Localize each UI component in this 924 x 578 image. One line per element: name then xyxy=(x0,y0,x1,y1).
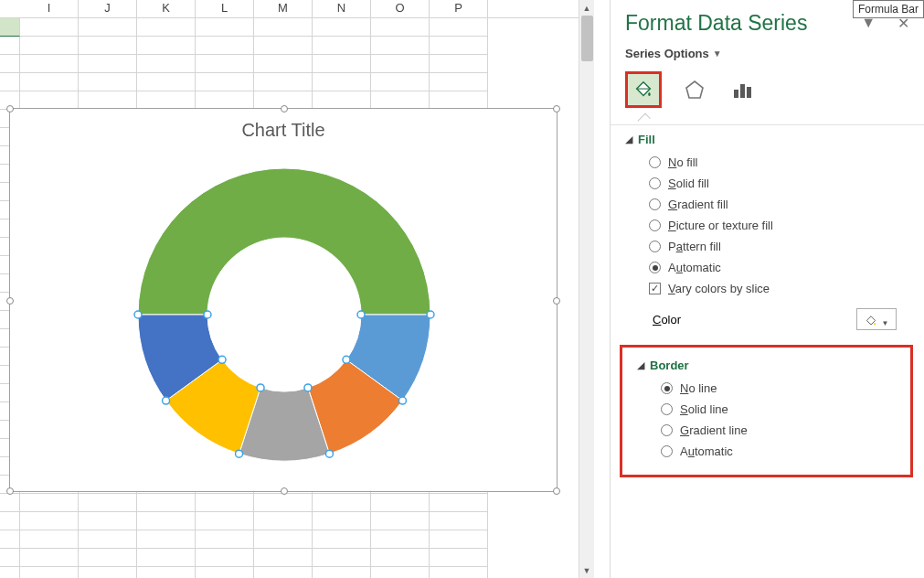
svg-point-6 xyxy=(325,450,333,457)
doughnut-chart[interactable] xyxy=(129,159,440,470)
svg-point-1 xyxy=(204,311,211,318)
border-section-title: Border xyxy=(650,359,689,372)
radio-icon xyxy=(661,445,673,457)
solid-fill-option[interactable]: Solid fill xyxy=(611,173,924,194)
fill-section-header[interactable]: ◢ Fill xyxy=(611,125,924,152)
vary-colors-option[interactable]: ✓ Vary colors by slice xyxy=(611,278,924,299)
series-options-label: Series Options xyxy=(625,47,709,60)
column-headers: I J K L M N O P xyxy=(0,0,594,18)
scroll-down-button[interactable]: ▼ xyxy=(579,562,594,578)
pane-title: Format Data Series xyxy=(625,11,807,36)
chevron-down-icon: ▼ xyxy=(713,48,722,59)
color-label: Color xyxy=(653,313,681,326)
checkbox-icon: ✓ xyxy=(649,283,661,294)
radio-icon xyxy=(649,219,661,231)
formula-bar-tooltip: Formula Bar xyxy=(853,0,924,18)
series-options-dropdown[interactable]: Series Options ▼ xyxy=(611,41,924,71)
svg-rect-15 xyxy=(747,87,751,98)
svg-point-3 xyxy=(357,311,365,318)
svg-point-5 xyxy=(343,356,350,363)
effects-tab[interactable] xyxy=(680,75,709,104)
no-fill-option[interactable]: No fill xyxy=(611,152,924,173)
solid-line-option[interactable]: Solid line xyxy=(622,399,910,420)
option-label: Automatic xyxy=(680,444,733,458)
collapse-icon: ◢ xyxy=(637,359,644,371)
option-label: No fill xyxy=(668,155,698,169)
svg-rect-14 xyxy=(740,84,745,98)
paint-bucket-icon xyxy=(633,80,653,100)
col-header[interactable]: J xyxy=(79,0,137,17)
border-section-highlight: ◢ Border No line Solid line Gradient lin… xyxy=(620,345,913,477)
paint-bucket-icon xyxy=(865,315,877,327)
radio-icon xyxy=(649,156,661,168)
option-label: Gradient fill xyxy=(668,198,728,211)
option-label: No line xyxy=(680,381,717,395)
fill-section-title: Fill xyxy=(638,133,655,146)
col-header[interactable]: O xyxy=(371,0,430,17)
radio-icon xyxy=(649,241,661,252)
picture-fill-option[interactable]: Picture or texture fill xyxy=(611,215,924,236)
col-header[interactable]: P xyxy=(430,0,488,17)
svg-rect-13 xyxy=(734,90,738,98)
chart-object[interactable]: Chart Title xyxy=(9,108,558,492)
radio-icon xyxy=(649,177,661,189)
col-header[interactable]: I xyxy=(20,0,79,17)
svg-point-7 xyxy=(304,384,312,391)
svg-point-8 xyxy=(236,450,243,457)
automatic-line-option[interactable]: Automatic xyxy=(622,441,910,462)
svg-point-2 xyxy=(427,311,434,318)
col-header[interactable]: M xyxy=(254,0,313,17)
option-label: Vary colors by slice xyxy=(668,282,770,295)
spreadsheet-area: I J K L M N O P xyxy=(0,0,594,578)
col-header[interactable]: L xyxy=(196,0,254,17)
radio-icon xyxy=(649,262,661,273)
svg-point-0 xyxy=(134,311,142,318)
automatic-fill-option[interactable]: Automatic xyxy=(611,257,924,278)
pentagon-icon xyxy=(684,79,706,101)
option-label: Gradient line xyxy=(680,423,748,437)
option-label: Picture or texture fill xyxy=(668,219,773,232)
svg-point-10 xyxy=(163,397,170,404)
gradient-fill-option[interactable]: Gradient fill xyxy=(611,194,924,215)
option-label: Automatic xyxy=(668,261,721,274)
option-label: Pattern fill xyxy=(668,240,721,253)
no-line-option[interactable]: No line xyxy=(622,378,910,399)
svg-point-11 xyxy=(218,356,226,363)
collapse-icon: ◢ xyxy=(625,134,632,145)
radio-icon xyxy=(661,403,673,415)
scroll-up-button[interactable]: ▲ xyxy=(579,0,594,16)
format-data-series-pane: Formula Bar Format Data Series ▼ ✕ Serie… xyxy=(610,0,924,578)
vertical-scrollbar[interactable]: ▲ ▼ xyxy=(579,0,594,578)
radio-icon xyxy=(661,382,673,394)
option-label: Solid fill xyxy=(668,177,709,190)
chart-title[interactable]: Chart Title xyxy=(10,120,557,141)
bar-chart-icon xyxy=(731,79,753,101)
col-header[interactable]: N xyxy=(313,0,371,17)
gradient-line-option[interactable]: Gradient line xyxy=(622,420,910,441)
fill-and-line-tab[interactable] xyxy=(625,71,662,108)
fill-color-button[interactable]: ▼ xyxy=(856,308,897,330)
scroll-thumb[interactable] xyxy=(581,16,593,61)
option-label: Solid line xyxy=(680,402,728,416)
series-options-tab[interactable] xyxy=(728,75,757,104)
svg-point-9 xyxy=(257,384,264,391)
col-spacer xyxy=(0,0,20,17)
radio-icon xyxy=(649,198,661,210)
col-header[interactable]: K xyxy=(137,0,196,17)
svg-point-4 xyxy=(398,397,406,404)
border-section-header[interactable]: ◢ Border xyxy=(622,351,910,378)
svg-marker-12 xyxy=(686,81,703,98)
chevron-down-icon: ▼ xyxy=(882,319,889,327)
radio-icon xyxy=(661,424,673,436)
pattern-fill-option[interactable]: Pattern fill xyxy=(611,236,924,257)
